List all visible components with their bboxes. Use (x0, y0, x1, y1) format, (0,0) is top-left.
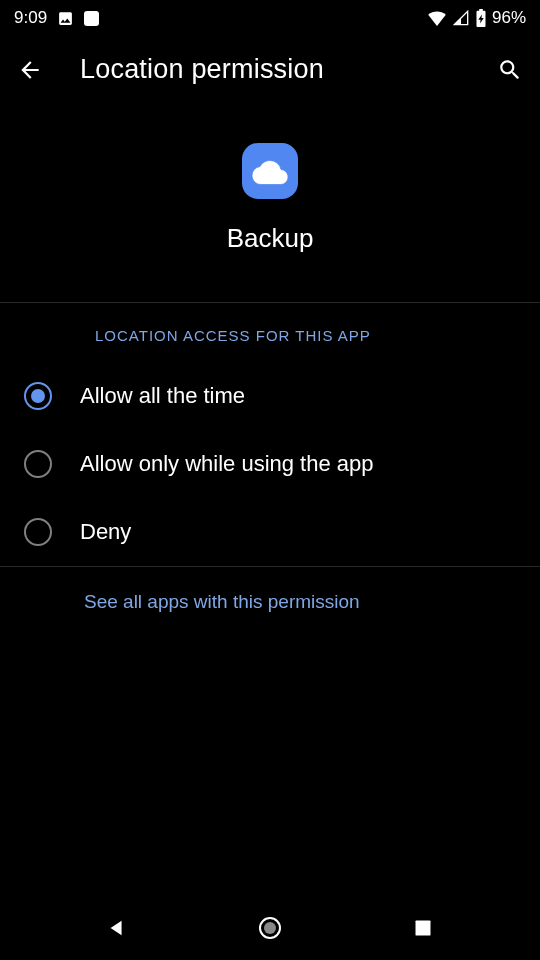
signal-icon (452, 10, 470, 26)
radio-button (24, 450, 52, 478)
nav-back-button[interactable] (101, 912, 133, 944)
nav-home-button[interactable] (254, 912, 286, 944)
radio-button (24, 382, 52, 410)
link-section: See all apps with this permission (0, 567, 540, 637)
cloud-icon (252, 157, 288, 185)
app-info-section: Backup (0, 103, 540, 302)
radio-button (24, 518, 52, 546)
svg-point-1 (264, 922, 276, 934)
wifi-icon (427, 10, 447, 26)
status-battery: 96% (492, 8, 526, 28)
app-name: Backup (227, 223, 314, 254)
app-bar: Location permission (0, 36, 540, 103)
navigation-bar (0, 896, 540, 960)
status-time: 9:09 (14, 8, 47, 28)
battery-icon (475, 9, 487, 27)
radio-label: Allow all the time (80, 383, 245, 409)
photo-icon (57, 10, 74, 27)
search-button[interactable] (496, 56, 524, 84)
status-bar: 9:09 96% (0, 0, 540, 36)
see-all-apps-link[interactable]: See all apps with this permission (84, 591, 360, 612)
app-icon (242, 143, 298, 199)
nav-recent-button[interactable] (407, 912, 439, 944)
page-title: Location permission (80, 54, 460, 85)
circle-home-icon (258, 916, 282, 940)
square-recent-icon (413, 918, 433, 938)
app-indicator-icon (84, 11, 99, 26)
back-button[interactable] (16, 56, 44, 84)
radio-option-allow-while-using[interactable]: Allow only while using the app (0, 430, 540, 498)
radio-option-deny[interactable]: Deny (0, 498, 540, 566)
triangle-back-icon (106, 917, 128, 939)
section-header: LOCATION ACCESS FOR THIS APP (0, 303, 540, 362)
search-icon (497, 57, 523, 83)
radio-label: Allow only while using the app (80, 451, 374, 477)
back-arrow-icon (17, 57, 43, 83)
radio-label: Deny (80, 519, 131, 545)
radio-option-allow-all[interactable]: Allow all the time (0, 362, 540, 430)
svg-rect-2 (416, 921, 431, 936)
